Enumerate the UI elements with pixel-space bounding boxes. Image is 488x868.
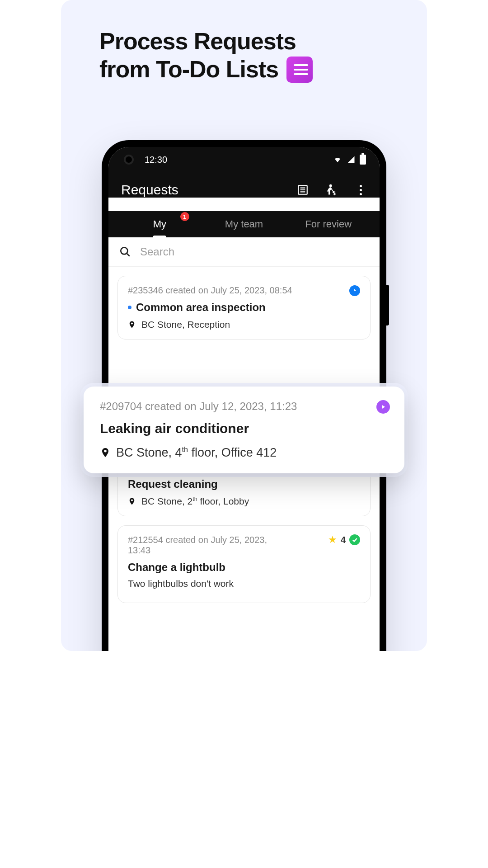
tab-review[interactable]: For review	[286, 211, 371, 237]
rating-value: 4	[341, 535, 346, 545]
card-title: Change a lightbulb	[128, 561, 360, 574]
tab-team-label: My team	[225, 218, 263, 230]
tabs: My 1 My team For review	[108, 211, 380, 237]
status-scheduled-icon	[349, 285, 360, 296]
card-title: Request cleaning	[128, 478, 360, 491]
battery-icon	[360, 155, 366, 165]
svg-point-4	[329, 184, 332, 187]
pin-icon	[100, 446, 111, 459]
rating-group: ★ 4	[328, 534, 360, 546]
svg-point-5	[121, 247, 127, 254]
card-location-text: BC Stone, 4th floor, Office 412	[116, 445, 277, 460]
unread-dot-icon	[128, 306, 131, 309]
header-actions	[296, 184, 367, 196]
request-card[interactable]: #235346 created on July 25, 2023, 08:54 …	[117, 276, 371, 340]
search-icon	[119, 246, 131, 258]
headline-line1: Process Requests	[99, 27, 427, 55]
card-location: BC Stone, 4th floor, Office 412	[100, 445, 388, 460]
tab-my-team[interactable]: My team	[202, 211, 286, 237]
svg-line-6	[127, 253, 130, 256]
card-meta: #212554 created on July 25, 2023, 13:43	[128, 535, 277, 556]
search-bar[interactable]	[108, 237, 380, 267]
card-meta: #235346 created on July 25, 2023, 08:54	[128, 285, 360, 296]
headline: Process Requests from To-Do Lists	[61, 27, 427, 84]
status-icons	[333, 155, 366, 165]
request-card-highlighted[interactable]: #209704 created on July 12, 2023, 11:23 …	[84, 387, 404, 473]
status-in-progress-icon	[376, 400, 390, 414]
wifi-icon	[333, 156, 343, 164]
list-view-icon[interactable]	[296, 184, 309, 196]
pin-icon	[128, 320, 136, 330]
card-location-text: BC Stone, Reception	[141, 319, 230, 330]
camera-hole	[124, 155, 134, 165]
promo-container: Process Requests from To-Do Lists 12:30	[61, 0, 427, 651]
tab-my-badge: 1	[180, 212, 189, 221]
status-done-icon	[349, 534, 360, 545]
card-location: BC Stone, 2th floor, Lobby	[128, 496, 360, 507]
card-description: Two lightbulbs don't work	[128, 578, 360, 589]
search-input[interactable]	[140, 245, 369, 258]
signal-icon	[346, 156, 356, 164]
status-bar: 12:30	[108, 147, 380, 172]
card-title: Common area inspection	[136, 301, 266, 314]
handoff-icon[interactable]	[325, 184, 338, 196]
app-header: Requests	[108, 172, 380, 198]
tab-my[interactable]: My 1	[117, 211, 202, 237]
card-meta: #209704 created on July 12, 2023, 11:23	[100, 400, 388, 413]
star-icon: ★	[328, 534, 337, 546]
more-icon[interactable]	[354, 184, 367, 196]
pin-icon	[128, 496, 136, 506]
page-title: Requests	[121, 182, 178, 198]
tab-my-label: My	[153, 218, 166, 230]
list-icon	[286, 57, 313, 83]
request-card[interactable]: #212554 created on July 25, 2023, 13:43 …	[117, 525, 371, 603]
status-time: 12:30	[145, 155, 167, 165]
card-location: BC Stone, Reception	[128, 319, 360, 330]
card-title: Leaking air conditioner	[100, 421, 388, 436]
tab-review-label: For review	[305, 218, 352, 230]
card-location-text: BC Stone, 2th floor, Lobby	[141, 496, 249, 507]
headline-line2: from To-Do Lists	[99, 55, 278, 83]
